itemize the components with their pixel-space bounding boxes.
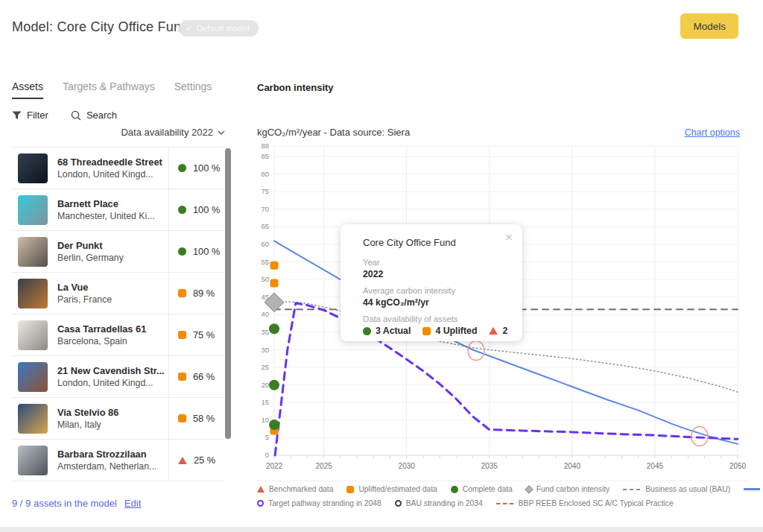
asset-row[interactable]: 68 Threadneedle Street London, United Ki… xyxy=(12,148,224,189)
availability-percent: 25 % xyxy=(194,455,215,466)
asset-thumbnail xyxy=(18,404,48,434)
legend-item: Uplifted/estimated data xyxy=(346,485,437,493)
edit-assets-link[interactable]: Edit xyxy=(124,498,141,509)
asset-row[interactable]: 21 New Cavendish Str... London, United K… xyxy=(12,356,224,398)
data-availability-dropdown[interactable]: Data availability 2022 xyxy=(12,127,225,138)
data-availability-status-icon xyxy=(178,164,186,172)
filter-button[interactable]: Filter xyxy=(12,110,48,121)
legend-item: Fund carbon intensity xyxy=(526,485,610,493)
asset-row[interactable]: Via Stelvio 86 Milan, Italy 58 % xyxy=(12,398,224,440)
svg-text:88: 88 xyxy=(261,143,269,150)
svg-text:65: 65 xyxy=(261,222,269,230)
scrollbar-thumb[interactable] xyxy=(225,148,231,439)
uplifted-data-icon xyxy=(422,327,431,335)
asset-row[interactable]: Casa Tarradellas 61 Barcelona, Spain 75 … xyxy=(12,314,224,356)
availability-percent: 100 % xyxy=(193,162,220,174)
ring-purple-legend-icon xyxy=(257,500,264,507)
svg-text:20: 20 xyxy=(261,381,269,389)
asset-name: 68 Threadneedle Street xyxy=(57,156,162,168)
asset-row[interactable]: La Vue Paris, France 89 % xyxy=(12,273,224,314)
page-title: Model: Core City Office Fund xyxy=(12,19,189,35)
legend-item: Complete data xyxy=(451,485,513,493)
dash-red-legend-icon xyxy=(496,503,514,504)
availability-percent: 75 % xyxy=(193,329,215,341)
app-header: Model: Core City Office Fund ✓ Default m… xyxy=(0,0,763,54)
svg-text:75: 75 xyxy=(261,187,269,195)
svg-text:60: 60 xyxy=(261,240,269,248)
tab-settings[interactable]: Settings xyxy=(174,80,212,99)
bottom-strip xyxy=(0,527,763,532)
models-button[interactable]: Models xyxy=(680,13,738,39)
tab-assets[interactable]: Assets xyxy=(12,80,43,99)
svg-text:40: 40 xyxy=(261,310,269,318)
asset-location: Amsterdam, Netherlan... xyxy=(57,461,156,472)
data-availability-status-icon xyxy=(178,289,186,297)
asset-name: Barnett Place xyxy=(57,198,155,209)
asset-thumbnail xyxy=(18,195,48,225)
default-model-badge: ✓ Default model xyxy=(179,20,259,37)
asset-row[interactable]: Der Punkt Berlin, Germany 100 % xyxy=(12,231,224,273)
asset-location: London, United Kingd... xyxy=(57,378,165,388)
data-availability-status-icon xyxy=(178,373,186,381)
availability-percent: 66 % xyxy=(193,371,215,382)
asset-name: Barbara Strozzilaan xyxy=(57,449,156,460)
data-availability-status-icon xyxy=(178,457,187,464)
legend-item: Business as usual (BAU) xyxy=(623,485,730,493)
svg-text:2045: 2045 xyxy=(647,462,664,470)
search-button[interactable]: Search xyxy=(71,110,117,121)
legend-item: BBP REEB Enclosed SC A/C Typical Practic… xyxy=(496,499,674,507)
svg-text:2030: 2030 xyxy=(399,462,416,470)
svg-text:0: 0 xyxy=(265,451,269,459)
data-availability-status-icon xyxy=(178,206,186,214)
svg-text:2040: 2040 xyxy=(564,462,581,470)
availability-percent: 100 % xyxy=(193,204,220,215)
diamond-legend-icon xyxy=(525,485,533,493)
legend-item: Science based target (1.5C) xyxy=(744,485,763,493)
complete-data-icon xyxy=(363,327,371,335)
chart-legend-row-2: Target pathway stranding in 2048BAU stra… xyxy=(257,499,674,507)
asset-location: Paris, France xyxy=(57,294,112,305)
data-availability-status-icon xyxy=(178,414,186,422)
svg-text:5: 5 xyxy=(265,433,269,441)
asset-count-text: 9 / 9 assets in the model xyxy=(12,498,117,509)
svg-text:30: 30 xyxy=(261,346,269,354)
chart-tooltip: × Core City Office Fund Year 2022 Averag… xyxy=(341,224,522,341)
asset-thumbnail xyxy=(18,279,48,308)
asset-location: Manchester, United Ki... xyxy=(57,211,155,221)
asset-name: Casa Tarradellas 61 xyxy=(57,323,146,335)
tooltip-title: Core City Office Fund xyxy=(363,237,510,248)
svg-text:10: 10 xyxy=(261,416,269,424)
tab-bar: Assets Targets & Pathways Settings xyxy=(12,80,212,99)
svg-text:35: 35 xyxy=(261,328,269,336)
asset-thumbnail xyxy=(18,446,48,475)
filter-icon xyxy=(12,111,22,120)
chart-title: Carbon intensity xyxy=(257,82,334,93)
svg-text:15: 15 xyxy=(261,398,269,406)
legend-item: Benchmarked data xyxy=(257,485,333,493)
close-icon[interactable]: × xyxy=(505,231,513,244)
tooltip-intensity-value: 44 kgCO₂/m²/yr xyxy=(363,297,510,308)
chevron-down-icon xyxy=(218,130,225,135)
asset-row[interactable]: Barnett Place Manchester, United Ki... 1… xyxy=(12,189,224,231)
tooltip-year-value: 2022 xyxy=(363,269,510,279)
asset-row[interactable]: Barbara Strozzilaan Amsterdam, Netherlan… xyxy=(12,440,224,481)
dash-gray-legend-icon xyxy=(623,489,641,490)
tab-targets-pathways[interactable]: Targets & Pathways xyxy=(63,80,155,99)
chart-legend-row-1: Benchmarked dataUplifted/estimated dataC… xyxy=(257,485,763,493)
svg-text:2050: 2050 xyxy=(729,462,747,470)
svg-text:50: 50 xyxy=(261,275,269,283)
legend-item: BAU stranding in 2034 xyxy=(395,499,483,507)
chart-subtitle: kgCO₂/m²/year - Data source: Siera xyxy=(257,127,410,138)
legend-item: Target pathway stranding in 2048 xyxy=(257,499,382,507)
asset-location: Milan, Italy xyxy=(57,419,118,430)
data-availability-status-icon xyxy=(178,247,186,256)
asset-name: Der Punkt xyxy=(57,240,124,251)
asset-thumbnail xyxy=(18,153,48,183)
line-blue-legend-icon xyxy=(744,488,760,490)
list-toolbar: Filter Search xyxy=(12,110,117,121)
asset-location: Barcelona, Spain xyxy=(57,336,146,346)
chart-options-link[interactable]: Chart options xyxy=(685,127,740,138)
asset-name: 21 New Cavendish Str... xyxy=(57,365,165,376)
svg-text:85: 85 xyxy=(261,152,269,160)
svg-text:2022: 2022 xyxy=(266,462,283,470)
